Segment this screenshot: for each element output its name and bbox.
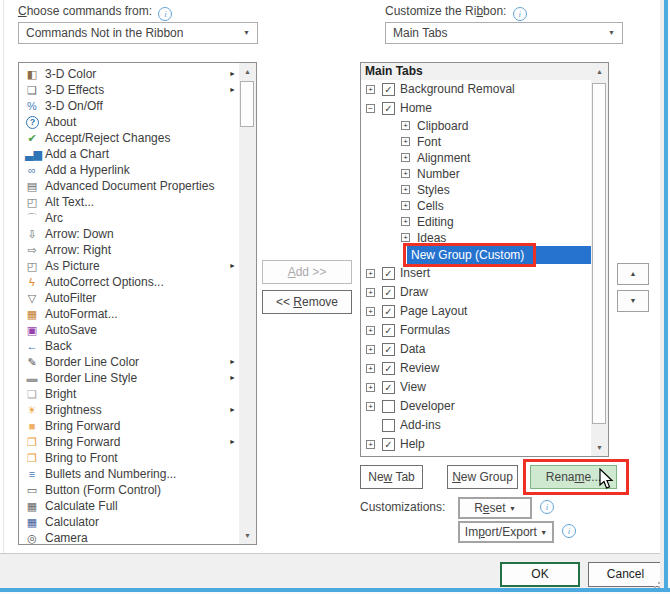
ok-button[interactable]: OK [500, 562, 580, 587]
list-item[interactable]: ⇨Arrow: Right [19, 242, 239, 258]
reset-button[interactable]: Reset ▼ [458, 497, 532, 519]
list-item[interactable]: ❐Bring to Front [19, 450, 239, 466]
scroll-down-icon[interactable]: ▼ [239, 527, 256, 544]
choose-commands-dropdown[interactable]: Commands Not in the Ribbon ▼ [18, 22, 258, 44]
list-item[interactable]: ☀Brightness► [19, 402, 239, 418]
list-item[interactable]: ✔Accept/Reject Changes [19, 130, 239, 146]
tree-item-tab[interactable]: +✓Data [361, 340, 591, 359]
tree-item-group[interactable]: +Cells [361, 198, 591, 214]
list-item[interactable]: ■Bring Forward [19, 418, 239, 434]
checkbox[interactable]: ✓ [382, 286, 395, 299]
expand-icon[interactable]: + [366, 269, 375, 278]
scroll-up-icon[interactable]: ▲ [239, 63, 256, 80]
checkbox[interactable]: ✓ [382, 381, 395, 394]
tree-item-group[interactable]: +Editing [361, 214, 591, 230]
tree-item-tab[interactable]: +✓Formulas [361, 321, 591, 340]
checkbox[interactable]: ✓ [382, 438, 395, 451]
list-item[interactable]: %3-D On/Off [19, 98, 239, 114]
expand-icon[interactable]: + [366, 326, 375, 335]
tree-item-tab[interactable]: +✓Background Removal [361, 80, 591, 99]
tree-item-group[interactable]: +Ideas [361, 230, 591, 246]
list-item[interactable]: ❏3-D Effects► [19, 82, 239, 98]
checkbox[interactable]: ✓ [382, 267, 395, 280]
expand-icon[interactable]: + [401, 153, 410, 162]
scroll-up-icon[interactable]: ▲ [591, 63, 608, 80]
tree-item-tab[interactable]: +✓Insert [361, 264, 591, 283]
remove-button[interactable]: << Remove [262, 290, 352, 314]
checkbox[interactable]: ✓ [382, 102, 395, 115]
list-item[interactable]: ∞Add a Hyperlink [19, 162, 239, 178]
checkbox[interactable]: ✓ [382, 362, 395, 375]
expand-icon[interactable]: + [401, 201, 410, 210]
tree-item-tab[interactable]: +Developer [361, 397, 591, 416]
list-item[interactable]: ▣AutoSave [19, 322, 239, 338]
import-export-button[interactable]: Import/Export ▼ [458, 521, 554, 543]
list-item[interactable]: ◰As Picture► [19, 258, 239, 274]
customize-ribbon-dropdown[interactable]: Main Tabs ▼ [385, 22, 623, 44]
expand-icon[interactable]: + [366, 345, 375, 354]
list-item[interactable]: ▦Calculator [19, 514, 239, 530]
selected-tree-item[interactable]: New Group (Custom) [407, 246, 591, 264]
scroll-down-icon[interactable]: ▼ [591, 439, 608, 456]
list-item[interactable]: ⇩Arrow: Down [19, 226, 239, 242]
new-tab-button[interactable]: New Tab [360, 465, 423, 489]
expand-icon[interactable]: + [401, 233, 410, 242]
collapse-icon[interactable]: − [366, 104, 375, 113]
list-item[interactable]: ▦AutoFormat... [19, 306, 239, 322]
list-item[interactable]: ?About [19, 114, 239, 130]
move-up-button[interactable]: ▲ [617, 263, 649, 285]
expand-icon[interactable]: + [366, 85, 375, 94]
list-item[interactable]: ◰Alt Text... [19, 194, 239, 210]
checkbox[interactable] [382, 419, 395, 432]
info-icon[interactable]: i [513, 7, 527, 21]
list-item[interactable]: ▬Border Line Style► [19, 370, 239, 386]
expand-icon[interactable]: + [366, 440, 375, 449]
info-icon[interactable]: i [562, 524, 576, 538]
tree-item-tab[interactable]: +PDF Architect 3 Creator [361, 454, 591, 457]
checkbox[interactable]: ✓ [382, 343, 395, 356]
scrollbar-thumb[interactable] [592, 83, 606, 424]
list-item[interactable]: ◧3-D Color► [19, 66, 239, 82]
list-item[interactable]: ▤Advanced Document Properties [19, 178, 239, 194]
list-item[interactable]: ❏Bright [19, 386, 239, 402]
list-item[interactable]: ▭Button (Form Control) [19, 482, 239, 498]
tree-item-group[interactable]: +Styles [361, 182, 591, 198]
checkbox[interactable]: ✓ [382, 305, 395, 318]
list-item[interactable]: ❐Bring Forward► [19, 434, 239, 450]
tree-item-tab[interactable]: Add-ins [361, 416, 591, 435]
tree-item-group[interactable]: +Alignment [361, 150, 591, 166]
tree-item-group[interactable]: +Font [361, 134, 591, 150]
tree-item-tab[interactable]: +✓Page Layout [361, 302, 591, 321]
list-item[interactable]: ▽AutoFilter [19, 290, 239, 306]
expand-icon[interactable]: + [366, 364, 375, 373]
new-group-button[interactable]: New Group [447, 465, 518, 489]
expand-icon[interactable]: + [366, 288, 375, 297]
checkbox[interactable] [382, 457, 395, 458]
expand-icon[interactable]: + [401, 217, 410, 226]
expand-icon[interactable]: + [366, 402, 375, 411]
list-item[interactable]: ⌒Arc [19, 210, 239, 226]
list-item[interactable]: ▦Calculate Full [19, 498, 239, 514]
expand-icon[interactable]: + [401, 137, 410, 146]
cancel-button[interactable]: Cancel [588, 562, 663, 587]
rename-button[interactable]: Rename... [530, 465, 617, 489]
tree-item-group[interactable]: +Clipboard [361, 118, 591, 134]
list-item[interactable]: ←Back [19, 338, 239, 354]
tree-item-tab[interactable]: +✓Draw [361, 283, 591, 302]
expand-icon[interactable]: + [401, 185, 410, 194]
tree-item-tab[interactable]: +✓View [361, 378, 591, 397]
list-item[interactable]: ◎Camera [19, 530, 239, 545]
move-down-button[interactable]: ▼ [617, 290, 649, 312]
info-icon[interactable]: i [540, 500, 554, 514]
list-item[interactable]: ϟAutoCorrect Options... [19, 274, 239, 290]
tree-item-tab[interactable]: +✓Review [361, 359, 591, 378]
commands-list-scrollbar[interactable]: ▲ ▼ [239, 63, 256, 544]
tree-item-tab[interactable]: −✓Home [361, 99, 591, 118]
list-item[interactable]: ▃▆Add a Chart [19, 146, 239, 162]
list-item[interactable]: ≡Bullets and Numbering... [19, 466, 239, 482]
expand-icon[interactable]: + [401, 121, 410, 130]
ribbon-tree-scrollbar[interactable]: ▲ ▼ [591, 63, 608, 456]
checkbox[interactable]: ✓ [382, 83, 395, 96]
expand-icon[interactable]: + [366, 307, 375, 316]
expand-icon[interactable]: + [366, 383, 375, 392]
